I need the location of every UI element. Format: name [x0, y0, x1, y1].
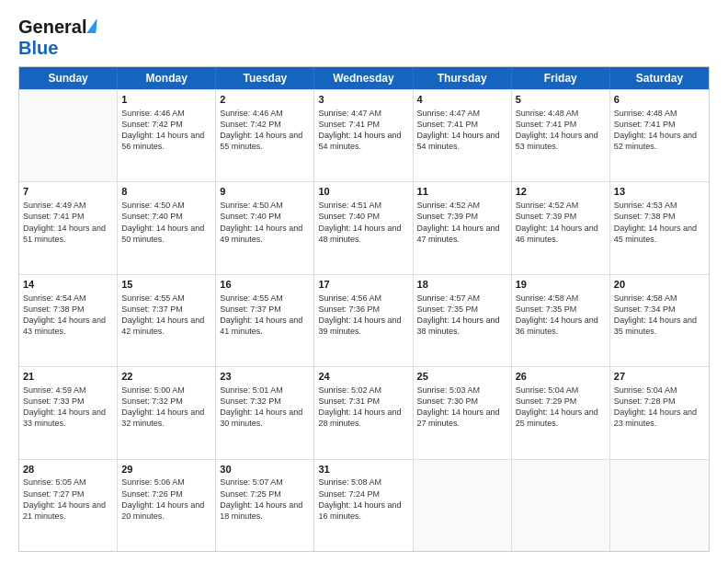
calendar-cell: 12Sunrise: 4:52 AMSunset: 7:39 PMDayligh…: [512, 182, 610, 273]
calendar-cell: 5Sunrise: 4:48 AMSunset: 7:41 PMDaylight…: [512, 90, 610, 181]
calendar-cell: 18Sunrise: 4:57 AMSunset: 7:35 PMDayligh…: [414, 275, 512, 366]
day-info: Sunrise: 4:55 AMSunset: 7:37 PMDaylight:…: [121, 293, 211, 338]
day-info: Sunrise: 5:06 AMSunset: 7:26 PMDaylight:…: [121, 477, 211, 522]
day-number: 2: [220, 93, 310, 107]
calendar-cell: 15Sunrise: 4:55 AMSunset: 7:37 PMDayligh…: [118, 275, 216, 366]
calendar-cell: 13Sunrise: 4:53 AMSunset: 7:38 PMDayligh…: [610, 182, 709, 273]
day-info: Sunrise: 4:58 AMSunset: 7:34 PMDaylight:…: [614, 293, 705, 338]
day-info: Sunrise: 5:03 AMSunset: 7:30 PMDaylight:…: [417, 385, 507, 430]
day-number: 18: [417, 278, 507, 292]
calendar-cell: 7Sunrise: 4:49 AMSunset: 7:41 PMDaylight…: [19, 182, 118, 273]
day-info: Sunrise: 4:52 AMSunset: 7:39 PMDaylight:…: [417, 200, 507, 245]
header-cell-sunday: Sunday: [19, 67, 118, 89]
calendar-cell: 19Sunrise: 4:58 AMSunset: 7:35 PMDayligh…: [512, 275, 610, 366]
day-number: 30: [220, 463, 310, 477]
calendar-cell: 23Sunrise: 5:01 AMSunset: 7:32 PMDayligh…: [216, 367, 314, 458]
calendar-row: 7Sunrise: 4:49 AMSunset: 7:41 PMDaylight…: [19, 181, 709, 273]
day-info: Sunrise: 4:47 AMSunset: 7:41 PMDaylight:…: [417, 108, 507, 153]
header-cell-wednesday: Wednesday: [314, 67, 413, 89]
day-number: 6: [614, 93, 705, 107]
day-number: 19: [516, 278, 606, 292]
day-info: Sunrise: 5:02 AMSunset: 7:31 PMDaylight:…: [318, 385, 408, 430]
day-number: 15: [121, 278, 211, 292]
day-info: Sunrise: 4:52 AMSunset: 7:39 PMDaylight:…: [516, 200, 606, 245]
calendar-cell: 10Sunrise: 4:51 AMSunset: 7:40 PMDayligh…: [314, 182, 413, 273]
day-info: Sunrise: 4:50 AMSunset: 7:40 PMDaylight:…: [121, 200, 211, 245]
day-number: 16: [220, 278, 310, 292]
calendar-cell: 9Sunrise: 4:50 AMSunset: 7:40 PMDaylight…: [216, 182, 314, 273]
day-number: 22: [121, 370, 211, 384]
day-info: Sunrise: 4:56 AMSunset: 7:36 PMDaylight:…: [318, 293, 408, 338]
page: General Blue SundayMondayTuesdayWednesda…: [0, 0, 728, 563]
calendar-cell: 3Sunrise: 4:47 AMSunset: 7:41 PMDaylight…: [314, 90, 413, 181]
calendar-cell: 8Sunrise: 4:50 AMSunset: 7:40 PMDaylight…: [118, 182, 216, 273]
calendar-cell: 2Sunrise: 4:46 AMSunset: 7:42 PMDaylight…: [216, 90, 314, 181]
day-info: Sunrise: 4:57 AMSunset: 7:35 PMDaylight:…: [417, 293, 507, 338]
calendar-cell: 28Sunrise: 5:05 AMSunset: 7:27 PMDayligh…: [19, 460, 118, 551]
day-info: Sunrise: 5:00 AMSunset: 7:32 PMDaylight:…: [121, 385, 211, 430]
logo-text: General Blue: [18, 17, 97, 59]
day-number: 23: [220, 370, 310, 384]
day-number: 8: [121, 185, 211, 199]
header: General Blue: [18, 17, 710, 59]
calendar-row: 1Sunrise: 4:46 AMSunset: 7:42 PMDaylight…: [19, 89, 709, 181]
day-info: Sunrise: 5:07 AMSunset: 7:25 PMDaylight:…: [220, 477, 310, 522]
header-cell-saturday: Saturday: [610, 67, 709, 89]
calendar-cell: 27Sunrise: 5:04 AMSunset: 7:28 PMDayligh…: [610, 367, 709, 458]
day-number: 24: [318, 370, 408, 384]
header-cell-monday: Monday: [118, 67, 216, 89]
calendar-cell: 31Sunrise: 5:08 AMSunset: 7:24 PMDayligh…: [314, 460, 413, 551]
calendar-cell: 6Sunrise: 4:48 AMSunset: 7:41 PMDaylight…: [610, 90, 709, 181]
day-number: 10: [318, 185, 408, 199]
calendar-cell: [414, 460, 512, 551]
day-info: Sunrise: 5:01 AMSunset: 7:32 PMDaylight:…: [220, 385, 310, 430]
day-number: 21: [23, 370, 113, 384]
day-number: 1: [121, 93, 211, 107]
logo: General Blue: [18, 17, 97, 59]
day-number: 27: [614, 370, 705, 384]
day-info: Sunrise: 4:58 AMSunset: 7:35 PMDaylight:…: [516, 293, 606, 338]
day-number: 20: [614, 278, 705, 292]
calendar-cell: [610, 460, 709, 551]
calendar-cell: 21Sunrise: 4:59 AMSunset: 7:33 PMDayligh…: [19, 367, 118, 458]
day-number: 9: [220, 185, 310, 199]
calendar-cell: 30Sunrise: 5:07 AMSunset: 7:25 PMDayligh…: [216, 460, 314, 551]
header-cell-friday: Friday: [512, 67, 610, 89]
calendar-row: 14Sunrise: 4:54 AMSunset: 7:38 PMDayligh…: [19, 274, 709, 366]
day-info: Sunrise: 5:05 AMSunset: 7:27 PMDaylight:…: [23, 477, 113, 522]
header-cell-tuesday: Tuesday: [216, 67, 314, 89]
day-number: 26: [516, 370, 606, 384]
day-number: 7: [23, 185, 113, 199]
calendar-cell: 14Sunrise: 4:54 AMSunset: 7:38 PMDayligh…: [19, 275, 118, 366]
calendar-cell: 29Sunrise: 5:06 AMSunset: 7:26 PMDayligh…: [118, 460, 216, 551]
day-number: 28: [23, 463, 113, 477]
day-number: 17: [318, 278, 408, 292]
day-number: 13: [614, 185, 705, 199]
day-info: Sunrise: 5:04 AMSunset: 7:29 PMDaylight:…: [516, 385, 606, 430]
calendar-cell: 17Sunrise: 4:56 AMSunset: 7:36 PMDayligh…: [314, 275, 413, 366]
calendar-cell: 24Sunrise: 5:02 AMSunset: 7:31 PMDayligh…: [314, 367, 413, 458]
day-number: 11: [417, 185, 507, 199]
day-number: 14: [23, 278, 113, 292]
calendar-cell: 4Sunrise: 4:47 AMSunset: 7:41 PMDaylight…: [414, 90, 512, 181]
calendar-cell: 26Sunrise: 5:04 AMSunset: 7:29 PMDayligh…: [512, 367, 610, 458]
day-number: 3: [318, 93, 408, 107]
day-info: Sunrise: 4:53 AMSunset: 7:38 PMDaylight:…: [614, 200, 705, 245]
calendar-body: 1Sunrise: 4:46 AMSunset: 7:42 PMDaylight…: [19, 89, 709, 551]
day-number: 5: [516, 93, 606, 107]
calendar-cell: [19, 90, 118, 181]
day-number: 25: [417, 370, 507, 384]
day-info: Sunrise: 4:49 AMSunset: 7:41 PMDaylight:…: [23, 200, 113, 245]
day-number: 12: [516, 185, 606, 199]
day-info: Sunrise: 4:46 AMSunset: 7:42 PMDaylight:…: [220, 108, 310, 153]
day-info: Sunrise: 4:51 AMSunset: 7:40 PMDaylight:…: [318, 200, 408, 245]
header-cell-thursday: Thursday: [414, 67, 512, 89]
day-info: Sunrise: 4:48 AMSunset: 7:41 PMDaylight:…: [614, 108, 705, 153]
calendar-cell: 25Sunrise: 5:03 AMSunset: 7:30 PMDayligh…: [414, 367, 512, 458]
calendar: SundayMondayTuesdayWednesdayThursdayFrid…: [18, 66, 710, 552]
day-info: Sunrise: 4:48 AMSunset: 7:41 PMDaylight:…: [516, 108, 606, 153]
calendar-row: 21Sunrise: 4:59 AMSunset: 7:33 PMDayligh…: [19, 366, 709, 458]
calendar-cell: 20Sunrise: 4:58 AMSunset: 7:34 PMDayligh…: [610, 275, 709, 366]
day-info: Sunrise: 4:54 AMSunset: 7:38 PMDaylight:…: [23, 293, 113, 338]
day-info: Sunrise: 5:04 AMSunset: 7:28 PMDaylight:…: [614, 385, 705, 430]
